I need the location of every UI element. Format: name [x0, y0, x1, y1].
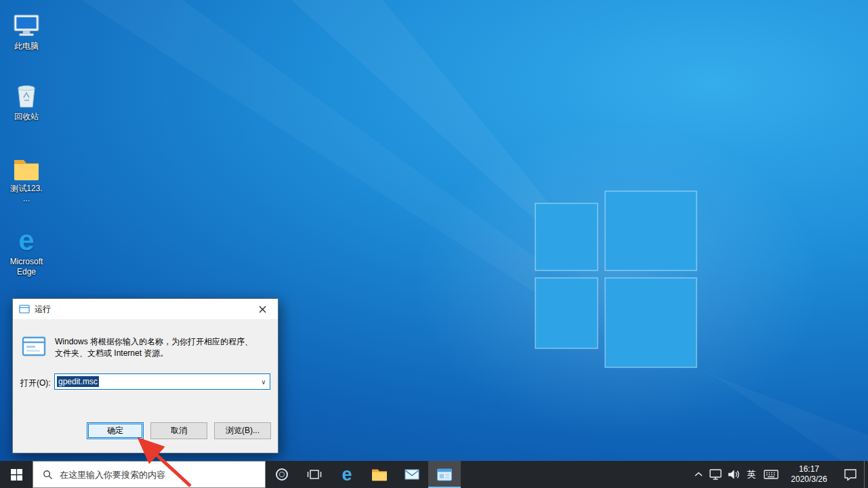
edge-icon: e: [18, 226, 34, 255]
chevron-up-icon: [695, 472, 703, 477]
desktop-icon-this-pc[interactable]: 此电脑: [4, 9, 49, 52]
windows-start-icon: [11, 469, 22, 481]
show-desktop-button[interactable]: [864, 461, 868, 488]
desktop-icon-microsoft-edge[interactable]: e Microsoft Edge: [4, 225, 49, 277]
search-icon: [43, 470, 53, 480]
tray-display-button[interactable]: [707, 461, 724, 488]
description-line1: Windows 将根据你输入的名称，为你打开相应的程序、: [55, 336, 272, 348]
tray-touch-keyboard-button[interactable]: [761, 461, 781, 488]
system-tray: 英 16:17 2020/3/26: [690, 461, 868, 488]
run-icon: [19, 304, 30, 314]
taskbar-search-box[interactable]: [33, 461, 266, 488]
desktop-icon-label: Microsoft: [4, 257, 49, 267]
taskbar-clock[interactable]: 16:17 2020/3/26: [781, 461, 837, 488]
desktop-icon-label: 回收站: [4, 112, 49, 122]
run-dialog-title: 运行: [35, 304, 51, 315]
desktop-icon-test-folder[interactable]: 测试123. ...: [4, 152, 49, 204]
close-icon: [259, 306, 266, 313]
mail-icon: [405, 468, 419, 481]
taskbar-active-window-button[interactable]: [428, 461, 461, 488]
browse-button[interactable]: 浏览(B)...: [214, 422, 271, 439]
edge-icon: e: [342, 466, 352, 484]
task-view-button[interactable]: [298, 461, 331, 488]
tray-ime-indicator[interactable]: 英: [742, 461, 761, 488]
taskbar: e: [0, 461, 868, 488]
file-explorer-icon: [371, 467, 388, 482]
desktop-icon-label-line2: ...: [4, 194, 49, 204]
ok-button[interactable]: 确定: [87, 422, 144, 439]
volume-icon: [727, 469, 740, 480]
description-line2: 文件夹、文档或 Internet 资源。: [55, 348, 272, 359]
tray-volume-button[interactable]: [724, 461, 742, 488]
taskbar-mail-button[interactable]: [396, 461, 428, 488]
tray-expand-button[interactable]: [690, 461, 707, 488]
run-command-input[interactable]: gpedit.msc: [57, 376, 99, 387]
folder-icon: [4, 152, 49, 182]
clock-time: 16:17: [799, 464, 819, 474]
desktop-icon-recycle-bin[interactable]: 回收站: [4, 80, 49, 122]
taskbar-file-explorer-button[interactable]: [363, 461, 396, 488]
run-dialog-icon: [22, 336, 46, 357]
run-dialog-description: Windows 将根据你输入的名称，为你打开相应的程序、 文件夹、文档或 Int…: [55, 336, 272, 359]
display-icon: [709, 468, 722, 481]
open-label: 打开(O):: [20, 378, 51, 389]
task-view-icon: [307, 468, 322, 481]
action-center-icon: [844, 468, 857, 481]
active-window-icon: [436, 468, 453, 482]
run-dialog: 运行 Windows 将根据你输入的名称，为你打开相应的程序、 文件夹、文档或 …: [12, 298, 278, 453]
recycle-bin-icon: [4, 80, 49, 110]
this-pc-icon: [4, 9, 49, 39]
touch-keyboard-icon: [764, 469, 779, 480]
run-command-combobox[interactable]: gpedit.msc ∨: [54, 373, 270, 390]
start-button[interactable]: [0, 461, 33, 488]
desktop-icon-label: 此电脑: [4, 41, 49, 52]
desktop-icon-label-line2: Edge: [4, 267, 49, 277]
cancel-button[interactable]: 取消: [150, 422, 207, 439]
action-center-button[interactable]: [837, 461, 864, 488]
cortana-button[interactable]: [266, 461, 298, 488]
desktop-icon-label: 测试123.: [4, 184, 49, 194]
taskbar-edge-button[interactable]: e: [331, 461, 363, 488]
chevron-down-icon[interactable]: ∨: [257, 374, 270, 389]
run-dialog-titlebar[interactable]: 运行: [13, 299, 278, 319]
search-input[interactable]: [60, 470, 265, 480]
windows-logo: [535, 191, 697, 367]
cortana-icon: [274, 467, 289, 482]
close-button[interactable]: [247, 299, 278, 319]
clock-date: 2020/3/26: [791, 474, 827, 485]
